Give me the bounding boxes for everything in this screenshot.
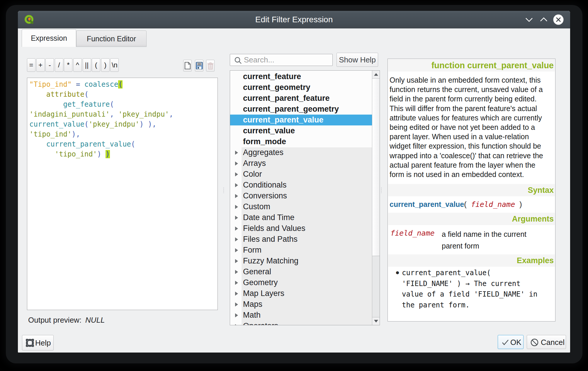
expand-triangle-icon[interactable] <box>235 172 238 176</box>
desktop-background: Edit Filter Expression Expression Functi… <box>0 0 588 371</box>
edit-filter-expression-dialog: Edit Filter Expression Expression Functi… <box>18 11 570 353</box>
shade-window-button[interactable] <box>523 11 536 28</box>
operator-button-([interactable]: ( <box>92 58 100 72</box>
function-item-General[interactable]: General <box>230 266 372 277</box>
operator-button-*[interactable]: * <box>64 58 72 72</box>
expression-code: "Tipo_ind" = coalesce( attribute( get_fe… <box>29 79 173 159</box>
function-item-Fields and Values[interactable]: Fields and Values <box>230 223 372 234</box>
expand-triangle-icon[interactable] <box>235 161 238 166</box>
expand-triangle-icon[interactable] <box>235 259 238 263</box>
titlebar[interactable]: Edit Filter Expression <box>18 11 570 28</box>
function-item-Conditionals[interactable]: Conditionals <box>230 180 372 190</box>
new-expression-button[interactable] <box>183 60 192 72</box>
function-item-Conversions[interactable]: Conversions <box>230 190 372 201</box>
function-item-Date and Time[interactable]: Date and Time <box>230 212 372 223</box>
output-preview-label: Output preview: <box>28 316 81 324</box>
expand-triangle-icon[interactable] <box>235 205 238 209</box>
help-title: function current_parent_value <box>431 59 554 72</box>
function-item-form_mode[interactable]: form_mode <box>230 136 372 147</box>
function-item-Maps[interactable]: Maps <box>230 299 372 310</box>
function-item-Fuzzy Matching[interactable]: Fuzzy Matching <box>230 256 372 266</box>
splitter-handle-left[interactable] <box>223 187 225 193</box>
tab-expression[interactable]: Expression <box>22 29 76 47</box>
function-item-Files and Paths[interactable]: Files and Paths <box>230 234 372 245</box>
ok-button[interactable]: OK <box>498 335 524 349</box>
function-item-Aggregates[interactable]: Aggregates <box>230 147 372 158</box>
expand-triangle-icon[interactable] <box>235 216 238 220</box>
show-help-button[interactable]: Show Help <box>337 53 378 67</box>
tab-function-editor[interactable]: Function Editor <box>76 30 147 47</box>
argument-name: field_name <box>390 229 435 237</box>
examples-heading-band: Examples <box>388 254 555 267</box>
expand-triangle-icon[interactable] <box>235 194 238 198</box>
function-item-Math[interactable]: Math <box>230 310 372 321</box>
function-item-Operators[interactable]: Operators <box>230 321 372 326</box>
help-syntax-code: current_parent_value( field_name ) <box>390 200 522 209</box>
help-description: Only usable in an embedded form context,… <box>390 75 543 179</box>
expand-triangle-icon[interactable] <box>235 248 238 252</box>
expand-triangle-icon[interactable] <box>235 292 238 296</box>
expand-triangle-icon[interactable] <box>235 281 238 285</box>
function-item-current_parent_feature[interactable]: current_parent_feature <box>230 93 372 104</box>
function-item-Map Layers[interactable]: Map Layers <box>230 288 372 299</box>
operator-button-\n[interactable]: \n <box>110 58 119 72</box>
expand-triangle-icon[interactable] <box>235 151 238 155</box>
trash-icon <box>207 62 214 69</box>
operator-button--[interactable]: - <box>45 58 54 72</box>
save-expression-button[interactable] <box>195 60 203 72</box>
function-item-current_parent_value[interactable]: current_parent_value <box>230 115 372 125</box>
search-icon <box>234 56 242 64</box>
operator-button-=[interactable]: = <box>27 58 35 72</box>
checkmark-icon <box>502 339 509 346</box>
scrollbar-up-arrow[interactable] <box>372 71 380 79</box>
arguments-heading-band: Arguments <box>388 213 555 225</box>
help-lifebuoy-icon <box>25 338 35 348</box>
argument-description: a field name in the current parent form <box>442 228 540 252</box>
close-window-button[interactable] <box>552 11 565 28</box>
operator-button-)[interactable]: ) <box>101 58 110 72</box>
example-code: current_parent_value( 'FIELD_NAME' ) → T… <box>402 268 537 310</box>
new-file-icon <box>184 62 191 69</box>
expand-triangle-icon[interactable] <box>235 183 238 187</box>
delete-expression-button[interactable] <box>206 60 215 72</box>
function-list-scrollbar[interactable] <box>372 71 380 325</box>
output-preview: Output preview:NULL <box>28 316 105 325</box>
expand-triangle-icon[interactable] <box>235 313 238 317</box>
expand-triangle-icon[interactable] <box>235 324 238 326</box>
operator-button-/[interactable]: / <box>55 58 63 72</box>
save-icon <box>196 62 203 69</box>
help-button[interactable]: Help <box>22 335 54 350</box>
window-title: Edit Filter Expression <box>18 11 570 28</box>
operator-button-^[interactable]: ^ <box>73 58 82 72</box>
search-input[interactable]: Search... <box>230 54 333 66</box>
function-item-current_value[interactable]: current_value <box>230 125 372 136</box>
function-item-current_parent_geometry[interactable]: current_parent_geometry <box>230 104 372 115</box>
syntax-heading-band: Syntax <box>388 184 555 196</box>
expression-editor[interactable]: "Tipo_ind" = coalesce( attribute( get_fe… <box>27 78 218 310</box>
expand-triangle-icon[interactable] <box>235 237 238 241</box>
bullet-icon: ● <box>395 268 400 276</box>
function-item-Custom[interactable]: Custom <box>230 201 372 212</box>
function-item-Color[interactable]: Color <box>230 169 372 180</box>
help-title-band: function current_parent_value <box>388 59 555 72</box>
splitter-handle-right[interactable] <box>381 187 382 193</box>
scrollbar-groove[interactable] <box>372 256 380 317</box>
function-item-Geometry[interactable]: Geometry <box>230 277 372 288</box>
function-item-Form[interactable]: Form <box>230 245 372 256</box>
expand-triangle-icon[interactable] <box>235 227 238 231</box>
function-item-Arrays[interactable]: Arrays <box>230 158 372 169</box>
maximize-window-button[interactable] <box>537 11 550 28</box>
expand-triangle-icon[interactable] <box>235 270 238 274</box>
function-list[interactable]: current_featurecurrent_geometrycurrent_p… <box>230 70 380 325</box>
cancel-icon <box>531 338 538 346</box>
cancel-button[interactable]: Cancel <box>527 335 566 349</box>
operator-button-+[interactable]: + <box>36 58 45 72</box>
function-item-current_feature[interactable]: current_feature <box>230 71 372 82</box>
operator-button-||[interactable]: || <box>83 58 91 72</box>
search-placeholder: Search... <box>244 54 274 66</box>
expand-triangle-icon[interactable] <box>235 302 238 307</box>
output-preview-value: NULL <box>85 316 105 324</box>
function-item-current_geometry[interactable]: current_geometry <box>230 82 372 93</box>
scrollbar-down-arrow[interactable] <box>372 317 380 325</box>
scrollbar-handle[interactable] <box>372 79 380 256</box>
